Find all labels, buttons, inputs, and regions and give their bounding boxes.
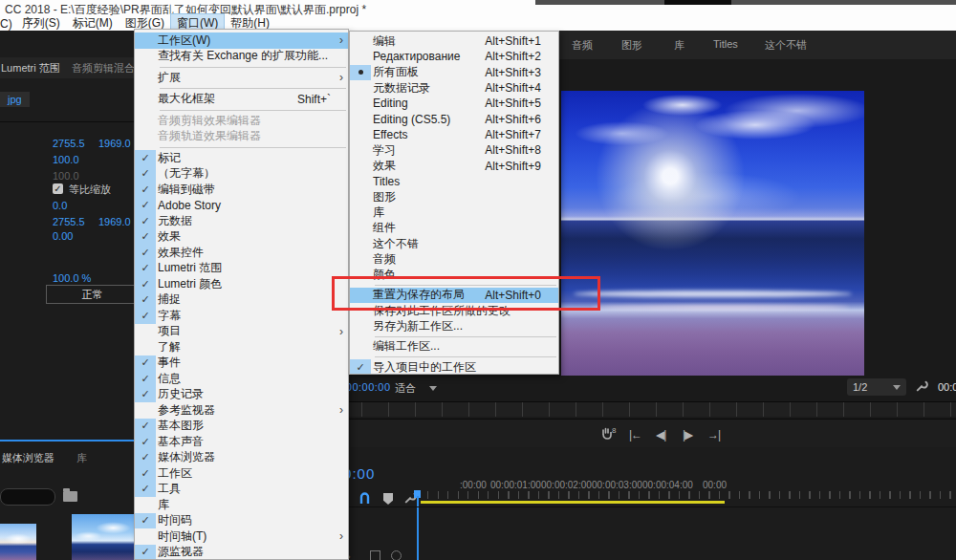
menu-item[interactable]: 音频 — [350, 251, 558, 267]
menu-item[interactable]: 音频剪辑效果编辑器 — [135, 113, 348, 129]
panel-focus-line — [0, 440, 139, 442]
tab-lumetri-scopes[interactable]: Lumetri 范围 — [1, 61, 60, 75]
effect-parameter-value[interactable]: 2755.5 — [53, 216, 85, 227]
effect-parameter-value[interactable]: 0.0 — [53, 200, 67, 211]
menu-item[interactable]: 学习Alt+Shift+8 — [350, 142, 558, 158]
effect-parameter-value[interactable]: 1969.0 — [98, 138, 131, 149]
menu-item[interactable]: ✓导入项目中的工作区 — [350, 359, 558, 375]
playback-resolution-dropdown[interactable]: 1/2 — [847, 378, 906, 396]
menu-item[interactable]: ✓字幕 — [135, 308, 348, 324]
menu-item[interactable]: 扩展› — [135, 70, 348, 86]
menu-item[interactable]: 元数据记录Alt+Shift+4 — [350, 80, 558, 96]
checkmark-icon: ✓ — [135, 355, 156, 372]
menu-item[interactable]: ✓效果 — [135, 229, 348, 246]
effect-parameter-value[interactable]: 0.00 — [53, 230, 73, 242]
effect-parameter-value[interactable]: 100.0 — [53, 154, 79, 165]
menu-item[interactable]: ✓基本声音 — [135, 434, 348, 450]
menu-item[interactable]: ✓源监视器 — [135, 545, 348, 560]
panel-tab[interactable]: 图形 — [621, 38, 642, 53]
blend-mode-dropdown[interactable]: 正常 — [46, 285, 139, 304]
zoom-level-dropdown[interactable]: 适合 — [395, 381, 437, 396]
record-icon[interactable] — [391, 550, 402, 560]
submenu-arrow-icon: › — [339, 529, 343, 543]
tab-media-browser[interactable]: 媒体浏览器 — [2, 451, 54, 465]
menu-item[interactable]: Titles — [350, 174, 558, 189]
menu-item-label: 导入项目中的工作区 — [373, 359, 476, 375]
sequence-icon[interactable] — [370, 550, 380, 560]
menu-item-label: 时间码 — [158, 512, 192, 528]
menu-item[interactable]: 查找有关 Exchange 的扩展功能... — [135, 49, 348, 65]
menu-item[interactable]: 时间轴(T)› — [135, 528, 348, 545]
menu-item[interactable]: 库 — [350, 205, 558, 220]
menu-item[interactable]: EffectsAlt+Shift+7 — [350, 127, 558, 142]
menu-item[interactable]: 最大化框架Shift+` — [135, 92, 348, 108]
panel-tab[interactable]: 库 — [674, 38, 684, 53]
panel-tab[interactable]: 这个不错 — [765, 38, 807, 53]
folder-icon[interactable] — [63, 491, 77, 502]
menu-item[interactable]: 另存为新工作区... — [350, 318, 558, 334]
search-input[interactable] — [0, 488, 55, 506]
menu-item[interactable]: ✓标记 — [135, 150, 348, 166]
menu-item[interactable]: ✓时间码 — [135, 513, 348, 529]
menu-item[interactable]: 组件 — [350, 221, 558, 236]
effect-parameter-value[interactable]: 1969.0 — [98, 216, 131, 227]
menu-item[interactable]: ✓媒体浏览器 — [135, 450, 348, 466]
menu-item[interactable]: ✓捕捉 — [135, 292, 348, 309]
effect-parameter-value[interactable]: 100.0 — [53, 170, 79, 182]
chevron-down-icon — [429, 386, 437, 391]
menu-item[interactable]: 工作区(W)› — [135, 32, 348, 49]
menu-item[interactable]: 库 — [135, 497, 348, 513]
menu-item-label: 音频剪辑效果编辑器 — [158, 113, 261, 129]
go-to-in-button[interactable]: |← — [629, 428, 641, 442]
panel-tab[interactable]: 音频 — [572, 38, 593, 53]
monitor-time-ruler[interactable] — [335, 401, 956, 417]
menu-item[interactable]: 音频轨道效果编辑器 — [135, 129, 348, 145]
clip-name-tab[interactable]: jpg — [0, 92, 30, 107]
tab-libraries[interactable]: 库 — [76, 451, 87, 465]
check-spacer — [350, 96, 371, 111]
menu-item[interactable]: ✓Lumetri 范围 — [135, 261, 348, 277]
step-back-button[interactable]: ◀| — [656, 428, 665, 442]
menu-item[interactable]: ✓基本图形 — [135, 419, 348, 435]
menu-item[interactable]: ✓元数据 — [135, 213, 348, 229]
check-spacer — [135, 70, 156, 86]
menu-item[interactable]: ✓工作区 — [135, 465, 348, 482]
menu-item[interactable]: ✓Adobe Story — [135, 198, 348, 214]
checkbox-uniform-scale[interactable]: ✓ — [53, 183, 63, 194]
work-area-bar[interactable] — [421, 501, 725, 504]
effect-parameter-value[interactable]: 2755.5 — [53, 138, 85, 149]
menu-item[interactable]: 项目› — [135, 324, 348, 340]
menu-item[interactable]: 效果Alt+Shift+9 — [350, 158, 558, 173]
menu-item[interactable]: ✓工具 — [135, 482, 348, 498]
hand-marker-icon[interactable]: 8 — [598, 425, 618, 442]
menu-item[interactable]: 编辑工作区... — [350, 339, 558, 355]
ruler-time-label: 00:00:02:00 — [541, 480, 592, 490]
menu-item[interactable]: 图形 — [350, 189, 558, 205]
step-forward-button[interactable]: |▶ — [683, 428, 692, 442]
menu-item[interactable]: ✓事件 — [135, 355, 348, 372]
menu-item[interactable]: 所有面板Alt+Shift+3 — [350, 65, 558, 80]
menu-item[interactable]: РедактированиеAlt+Shift+2 — [350, 49, 558, 64]
menu-item[interactable]: 编辑Alt+Shift+1 — [350, 33, 558, 49]
tab-audio-clip-mixer[interactable]: 音频剪辑混合器 — [72, 61, 139, 75]
menu-item[interactable]: ✓信息 — [135, 371, 348, 387]
checkmark-icon: ✓ — [135, 450, 156, 466]
checkmark-icon: ✓ — [135, 434, 156, 450]
menu-item[interactable]: ✓历史记录 — [135, 387, 348, 403]
menu-item[interactable]: 参考监视器› — [135, 402, 348, 419]
menu-item[interactable]: EditingAlt+Shift+5 — [350, 96, 558, 111]
media-thumbnail[interactable] — [0, 524, 36, 560]
menu-item[interactable]: ✓效果控件 — [135, 245, 348, 261]
menu-item[interactable]: 这个不错 — [350, 236, 558, 251]
media-thumbnail[interactable] — [72, 514, 139, 560]
menu-item[interactable]: 了解 — [135, 339, 348, 355]
menu-item[interactable]: ✓（无字幕） — [135, 166, 348, 183]
menu-item[interactable]: ✓Lumetri 颜色 — [135, 276, 348, 292]
effect-parameter-value[interactable]: 100.0 % — [53, 272, 91, 284]
menu-item[interactable]: Editing (CS5.5)Alt+Shift+6 — [350, 111, 558, 126]
panel-tab[interactable]: Titles — [713, 38, 738, 50]
go-to-out-button[interactable]: →| — [707, 428, 720, 442]
check-spacer — [350, 189, 371, 205]
menu-item[interactable]: ✓编辑到磁带 — [135, 182, 348, 198]
settings-wrench-icon[interactable] — [915, 379, 928, 397]
